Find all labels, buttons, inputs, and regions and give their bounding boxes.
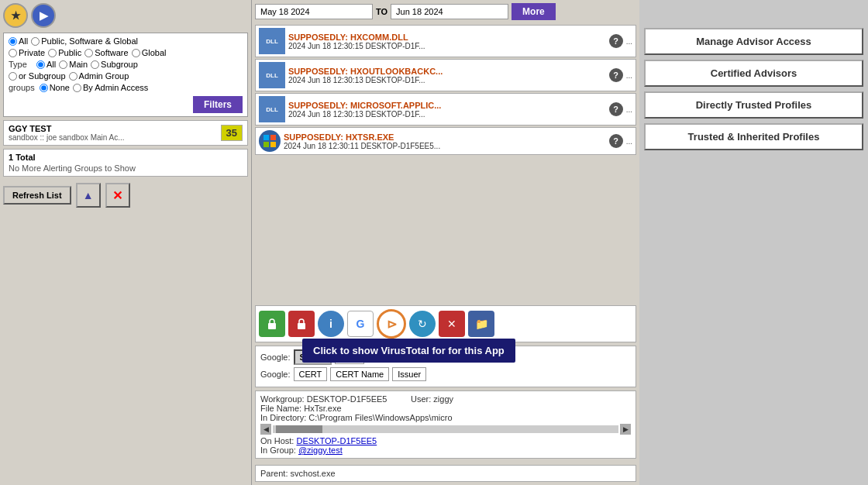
filters-button[interactable]: Filters (193, 96, 243, 113)
scroll-bar[interactable] (273, 425, 618, 433)
manage-advisor-button[interactable]: Manage Advisor Access (644, 28, 863, 55)
radio-or-subgroup-label[interactable]: or Subgroup (9, 71, 66, 81)
filename-row: File Name: HxTsr.exe (260, 404, 631, 413)
radio-all[interactable] (9, 37, 17, 46)
filter-row-3: Type All Main Subgroup (9, 60, 243, 69)
radio-public-software-label[interactable]: Public, Software & Global (31, 36, 138, 46)
scroll-row: ◀ ▶ (260, 424, 631, 435)
alert-question-1[interactable]: ? (609, 68, 623, 82)
radio-main[interactable] (59, 60, 67, 69)
alert-title-3: SUPPOSEDLY: HXTSR.EXE (284, 132, 606, 142)
google-icon[interactable]: G (347, 311, 374, 337)
dll-icon-2: DLL (259, 96, 285, 122)
radio-public-label[interactable]: Public (48, 48, 81, 57)
info-icon[interactable]: i (318, 311, 344, 337)
radio-type-all-label[interactable]: All (36, 60, 56, 69)
yellow-icon: ★ (3, 3, 28, 28)
radio-none[interactable] (40, 84, 48, 92)
radio-global-label[interactable]: Global (132, 48, 167, 57)
certified-advisors-button[interactable]: Certified Advisors (644, 60, 863, 87)
issuer-button[interactable]: Issuer (392, 367, 426, 381)
alert-date-3: 2024 Jun 18 12:30:11 DESKTOP-D1F5EE5... (284, 142, 606, 150)
alert-content-0: SUPPOSEDLY: HXCOMM.DLL 2024 Jun 18 12:30… (288, 33, 606, 50)
radio-admin-group[interactable] (69, 72, 78, 81)
workgroup-text: Workgroup: DESKTOP-D1F5EE5 (260, 394, 387, 404)
red-lock-icon[interactable] (288, 311, 315, 337)
alert-title-2: SUPPOSEDLY: MICROSOFT.APPLIC... (288, 101, 606, 110)
radio-none-label[interactable]: None (40, 83, 70, 92)
alert-dots-0: ... (626, 37, 632, 46)
alert-list: DLL SUPPOSEDLY: HXCOMM.DLL 2024 Jun 18 1… (255, 25, 636, 301)
radio-public-software[interactable] (31, 37, 40, 46)
radio-global[interactable] (132, 49, 140, 57)
parent-box: Parent: svchost.exe (255, 465, 636, 482)
radio-type-all[interactable] (36, 60, 45, 69)
alert-content-3: SUPPOSEDLY: HXTSR.EXE 2024 Jun 18 12:30:… (284, 132, 606, 150)
date-from[interactable] (255, 4, 373, 19)
virustotal-icon[interactable]: ⊳ (377, 309, 406, 339)
folder-icon[interactable]: 📁 (468, 311, 494, 337)
sync-icon[interactable]: ↻ (409, 311, 436, 337)
alert-title-0: SUPPOSEDLY: HXCOMM.DLL (288, 33, 606, 42)
red-x-icon[interactable]: ✕ (439, 311, 465, 337)
radio-subgroup[interactable] (91, 60, 99, 69)
alert-question-2[interactable]: ? (609, 102, 623, 116)
alert-item-0[interactable]: DLL SUPPOSEDLY: HXCOMM.DLL 2024 Jun 18 1… (255, 25, 636, 57)
directly-trusted-button[interactable]: Directly Trusted Profiles (644, 91, 863, 119)
total-label: 1 Total (9, 153, 243, 162)
group-info: GGY TEST sandbox :: joe sandbox Main Ac.… (9, 124, 125, 142)
info-area: Workgroup: DESKTOP-D1F5EE5 User: ziggy F… (255, 390, 636, 459)
host-link[interactable]: DESKTOP-D1F5EE5 (296, 436, 377, 445)
parent-text: Parent: svchost.exe (260, 469, 336, 478)
alert-item-3[interactable]: SUPPOSEDLY: HXTSR.EXE 2024 Jun 18 12:30:… (255, 127, 636, 155)
date-to[interactable] (391, 4, 508, 19)
alert-item-1[interactable]: DLL SUPPOSEDLY: HXOUTLOOKBACKC... 2024 J… (255, 59, 636, 91)
type-label: Type (9, 60, 32, 69)
alert-content-2: SUPPOSEDLY: MICROSOFT.APPLIC... 2024 Jun… (288, 101, 606, 119)
green-lock-icon[interactable] (259, 311, 285, 337)
svg-rect-3 (270, 142, 276, 147)
trusted-inherited-button[interactable]: Trusted & Inherited Profiles (644, 123, 863, 150)
scroll-right-arrow[interactable]: ▶ (620, 424, 631, 435)
radio-or-subgroup[interactable] (9, 72, 17, 81)
alert-question-3[interactable]: ? (609, 134, 623, 148)
more-button[interactable]: More (512, 3, 556, 20)
radio-by-admin[interactable] (73, 84, 81, 92)
date-row: TO More (255, 3, 636, 20)
triangle-icon: ▲ (83, 189, 94, 201)
scroll-left-arrow[interactable]: ◀ (260, 424, 271, 435)
scroll-thumb (276, 425, 322, 433)
radio-by-admin-label[interactable]: By Admin Access (73, 83, 148, 92)
radio-software[interactable] (84, 49, 93, 57)
directory-row: In Directory: C:\Program Files\WindowsAp… (260, 413, 631, 422)
radio-main-label[interactable]: Main (59, 60, 88, 69)
radio-all-label[interactable]: All (9, 36, 28, 46)
filter-row-1: All Public, Software & Global (9, 36, 243, 46)
group-item[interactable]: GGY TEST sandbox :: joe sandbox Main Ac.… (3, 120, 248, 146)
radio-software-label[interactable]: Software (84, 48, 128, 57)
group-link[interactable]: @ziggy.test (298, 445, 343, 455)
alert-title-1: SUPPOSEDLY: HXOUTLOOKBACKC... (288, 67, 606, 76)
filter-row-2: Private Public Software Global (9, 48, 243, 57)
no-more-label: No More Alerting Groups to Show (9, 163, 243, 173)
triangle-button[interactable]: ▲ (76, 183, 101, 208)
radio-private-label[interactable]: Private (9, 48, 45, 57)
windows-logo-svg (263, 134, 277, 148)
virustotal-tooltip: Click to show VirusTotal for for this Ap… (302, 339, 515, 363)
alert-item-2[interactable]: DLL SUPPOSEDLY: MICROSOFT.APPLIC... 2024… (255, 93, 636, 126)
alert-dots-3: ... (626, 137, 632, 146)
alert-question-0[interactable]: ? (609, 34, 623, 48)
x-icon: ✕ (112, 188, 122, 203)
radio-admin-group-label[interactable]: Admin Group (69, 71, 129, 81)
radio-private[interactable] (9, 49, 17, 57)
x-button[interactable]: ✕ (105, 183, 130, 208)
refresh-button[interactable]: Refresh List (3, 186, 71, 205)
google-label-2: Google: (260, 370, 291, 379)
cert-button[interactable]: CERT (294, 367, 328, 381)
radio-public[interactable] (48, 49, 57, 57)
alert-content-1: SUPPOSEDLY: HXOUTLOOKBACKC... 2024 Jun 1… (288, 67, 606, 84)
svg-rect-5 (298, 323, 305, 329)
radio-subgroup-label[interactable]: Subgroup (91, 60, 138, 69)
cert-name-button[interactable]: CERT Name (330, 367, 389, 381)
svg-rect-1 (270, 135, 276, 140)
